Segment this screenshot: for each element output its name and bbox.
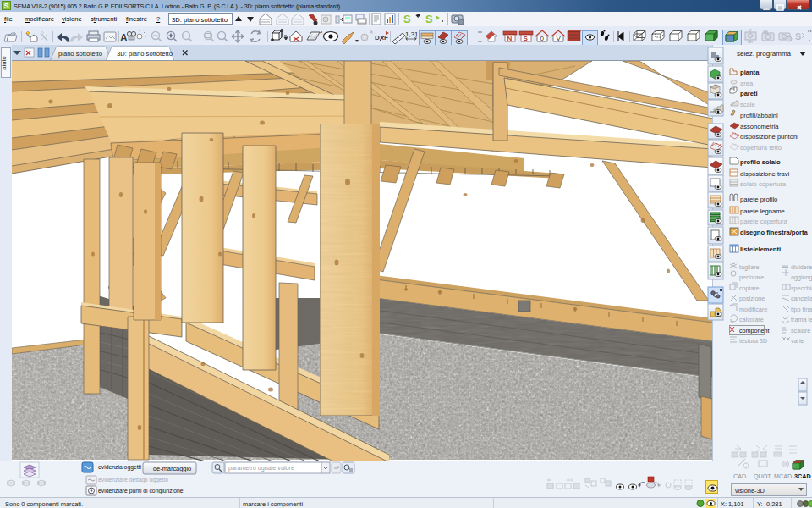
svg-text:S: S (524, 35, 529, 42)
svg-text:disposizione travi: disposizione travi (740, 170, 790, 178)
svg-text:evidenziare punti di congiunzi: evidenziare punti di congiunzione (98, 488, 184, 494)
svg-text:parete profilo: parete profilo (740, 196, 777, 203)
svg-text:dividere: dividere (791, 263, 812, 271)
svg-text:testura 3D: testura 3D (739, 337, 767, 345)
svg-text:component: component (739, 327, 770, 334)
svg-text:pareti: pareti (740, 90, 758, 97)
svg-text:CAD: CAD (733, 472, 746, 480)
svg-text:V: V (557, 35, 562, 42)
svg-text:Y: -0,281: Y: -0,281 (757, 500, 782, 508)
svg-text:MCAD: MCAD (774, 472, 792, 480)
svg-text:disegno finestra/porta: disegno finestra/porta (740, 229, 809, 236)
svg-text:assonometria: assonometria (740, 123, 779, 130)
svg-text:de-marcaggio: de-marcaggio (153, 465, 191, 472)
svg-text:S: S (425, 13, 433, 25)
svg-text:1,31: 1,31 (405, 30, 419, 38)
svg-text:profili/abbaini: profili/abbaini (740, 112, 778, 119)
svg-text:copiare: copiare (739, 284, 760, 292)
svg-text:posizione: posizione (739, 295, 765, 302)
svg-text:specchiare: specchiare (791, 284, 812, 292)
svg-text:solaio copertura: solaio copertura (740, 180, 787, 188)
svg-text:0: 0 (540, 35, 545, 42)
svg-text:copertura tetto: copertura tetto (740, 144, 782, 152)
svg-text:profilo solaio: profilo solaio (740, 158, 781, 166)
svg-text:piano sottotetto: piano sottotetto (58, 50, 102, 58)
svg-text:calcolare: calcolare (739, 316, 764, 323)
svg-text:trama tetto: trama tetto (791, 316, 812, 323)
svg-text:modificare: modificare (739, 306, 767, 313)
svg-text:N: N (508, 35, 513, 42)
svg-text:scale: scale (740, 101, 755, 108)
svg-text:evidenziare dettagli oggetto: evidenziare dettagli oggetto (98, 477, 168, 483)
svg-text:S: S (795, 31, 801, 41)
svg-text:area: area (740, 80, 754, 87)
svg-text:parametro uguale valore: parametro uguale valore (228, 464, 294, 472)
svg-text:DXF: DXF (375, 34, 388, 41)
svg-text:A: A (120, 32, 128, 44)
svg-text:disposizione puntoni: disposizione puntoni (740, 133, 798, 141)
svg-text:tagliare: tagliare (739, 263, 760, 271)
svg-text:S: S (403, 13, 411, 25)
svg-text:aggiungere: aggiungere (791, 273, 812, 281)
svg-text:parete copertura: parete copertura (740, 218, 787, 225)
svg-text:X: 1,101: X: 1,101 (721, 500, 744, 508)
svg-text:tipo finale: tipo finale (791, 306, 812, 313)
svg-text:parete legname: parete legname (740, 207, 785, 215)
svg-text:varie: varie (791, 337, 804, 345)
svg-text:perforare: perforare (739, 273, 764, 281)
svg-text:liste/elementi: liste/elementi (740, 246, 781, 253)
svg-text:3CAD: 3CAD (794, 472, 811, 480)
svg-text:QUOT: QUOT (754, 472, 771, 480)
svg-text:selez. programma: selez. programma (737, 50, 792, 58)
svg-text:scalare: scalare (791, 327, 810, 334)
svg-text:cancellare: cancellare (791, 295, 812, 302)
svg-text:evidenzia oggetti: evidenzia oggetti (98, 464, 142, 471)
svg-text:3D: piano sottotetto: 3D: piano sottotetto (117, 50, 173, 58)
svg-text:pianta: pianta (740, 69, 760, 76)
